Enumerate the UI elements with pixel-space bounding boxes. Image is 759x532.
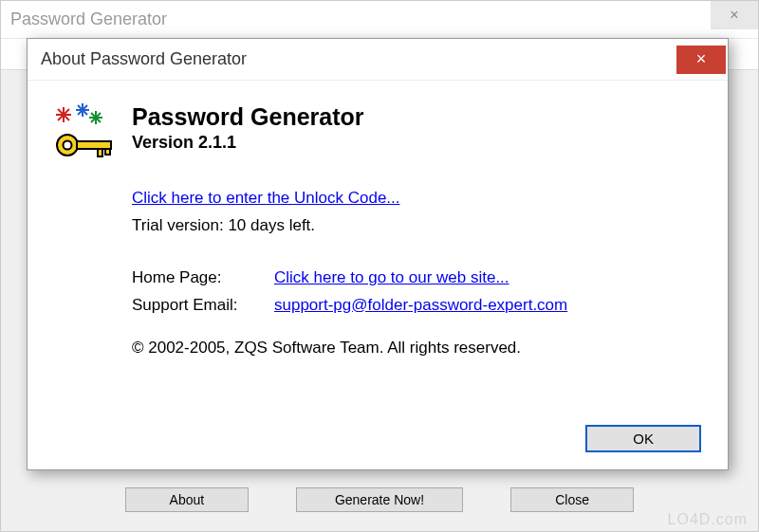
homepage-link[interactable]: Click here to go to our web site... <box>274 265 509 292</box>
trial-status: Trial version: 10 days left. <box>132 216 315 234</box>
ok-row: OK <box>585 425 701 452</box>
about-body: Password Generator Version 2.1.1 Click h… <box>28 81 728 373</box>
unlock-block: Click here to enter the Unlock Code... T… <box>132 185 701 240</box>
about-close-button[interactable]: × <box>676 46 726 74</box>
app-version: Version 2.1.1 <box>132 133 364 153</box>
close-icon: × <box>696 49 707 69</box>
app-name: Password Generator <box>132 103 364 131</box>
close-button[interactable]: Close <box>510 487 634 512</box>
svg-point-13 <box>64 141 72 150</box>
main-button-row: About Generate Now! Close <box>1 487 758 512</box>
about-header: Password Generator Version 2.1.1 <box>54 103 701 164</box>
homepage-label: Home Page: <box>132 265 274 292</box>
generate-button[interactable]: Generate Now! <box>296 487 463 512</box>
support-row: Support Email: support-pg@folder-passwor… <box>132 292 701 320</box>
svg-rect-16 <box>105 149 110 155</box>
support-label: Support Email: <box>132 292 274 320</box>
main-close-button[interactable]: × <box>711 1 758 29</box>
ok-button[interactable]: OK <box>585 425 701 452</box>
copyright-text: © 2002-2005, ZQS Software Team. All righ… <box>132 339 701 358</box>
svg-rect-15 <box>98 149 102 156</box>
unlock-link[interactable]: Click here to enter the Unlock Code... <box>132 189 400 207</box>
support-link[interactable]: support-pg@folder-password-expert.com <box>274 292 567 320</box>
about-dialog-title: About Password Generator <box>41 49 247 69</box>
main-titlebar: Password Generator × <box>1 1 758 39</box>
about-button[interactable]: About <box>125 487 249 512</box>
close-icon: × <box>730 7 738 24</box>
homepage-row: Home Page: Click here to go to our web s… <box>132 265 701 292</box>
about-dialog: About Password Generator × <box>27 38 729 470</box>
app-icon <box>54 103 115 164</box>
about-title-block: Password Generator Version 2.1.1 <box>132 103 364 153</box>
info-table: Home Page: Click here to go to our web s… <box>132 265 701 320</box>
about-titlebar: About Password Generator × <box>28 39 728 81</box>
svg-rect-14 <box>77 141 111 149</box>
main-window-title: Password Generator <box>10 9 167 29</box>
